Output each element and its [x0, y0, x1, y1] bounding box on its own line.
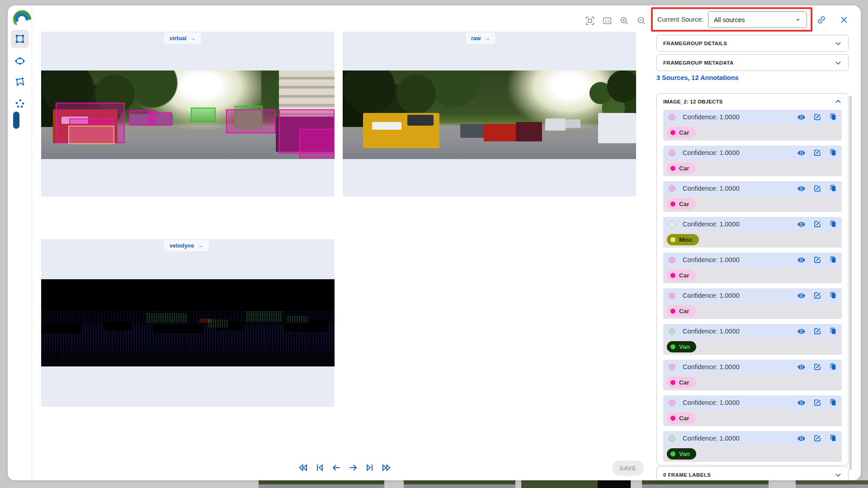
edit-icon[interactable] — [813, 399, 821, 407]
chevron-down-icon[interactable] — [834, 470, 843, 479]
filmstrip-thumbnail[interactable] — [521, 480, 631, 488]
copy-icon[interactable] — [829, 184, 837, 192]
class-chip[interactable]: Van — [667, 341, 696, 352]
annotation-row-header[interactable]: Confidence: 1.0000 — [663, 288, 842, 303]
edit-icon[interactable] — [813, 184, 821, 192]
visibility-icon[interactable] — [797, 399, 806, 407]
annotation-radio[interactable] — [669, 150, 675, 156]
annotation-radio[interactable] — [669, 364, 675, 371]
bbox-tool-button[interactable] — [11, 30, 29, 48]
edit-icon[interactable] — [813, 291, 821, 300]
class-chip[interactable]: Car — [667, 127, 696, 138]
visibility-icon[interactable] — [797, 184, 806, 193]
edit-icon[interactable] — [813, 363, 821, 371]
class-chip[interactable]: Car — [667, 377, 696, 388]
edit-icon[interactable] — [813, 256, 821, 264]
copy-icon[interactable] — [829, 291, 837, 300]
copy-icon[interactable] — [829, 220, 837, 228]
panel-velodyne-tab[interactable]: velodyne → — [164, 240, 209, 251]
annotation-row-header[interactable]: Confidence: 1.0000 — [663, 253, 842, 267]
copy-icon[interactable] — [829, 256, 837, 264]
actual-size-icon[interactable]: 1:1 — [602, 15, 613, 26]
annotation-row-header[interactable]: Confidence: 1.0000 — [663, 145, 842, 160]
close-button[interactable] — [838, 14, 850, 26]
chevron-up-icon[interactable] — [834, 97, 843, 106]
prev-frame-button[interactable] — [330, 461, 343, 474]
annotation-radio[interactable] — [669, 114, 675, 121]
annotation-radio[interactable] — [669, 221, 675, 228]
framegroup-metadata-header[interactable]: FRAMEGROUP METADATA — [656, 54, 849, 71]
visibility-icon[interactable] — [797, 327, 806, 336]
panel-virtual-tab[interactable]: virtual → — [164, 33, 201, 44]
chevron-down-icon[interactable] — [834, 58, 843, 67]
copy-icon[interactable] — [829, 363, 837, 371]
edit-icon[interactable] — [813, 220, 821, 228]
frame-labels-header[interactable]: 0 FRAME LABELS — [656, 466, 849, 480]
zoom-out-icon[interactable] — [636, 15, 647, 26]
filmstrip-thumbnail[interactable] — [796, 480, 868, 488]
skip-start-button[interactable] — [313, 461, 326, 474]
class-chip[interactable]: Car — [667, 413, 696, 424]
visibility-icon[interactable] — [797, 291, 806, 300]
edit-icon[interactable] — [813, 113, 821, 121]
edit-icon[interactable] — [813, 434, 821, 442]
next-frame-button[interactable] — [346, 461, 360, 474]
class-chip[interactable]: Car — [667, 270, 696, 281]
annotation-row-header[interactable]: Confidence: 1.0000 — [663, 431, 842, 446]
bbox-overlay[interactable] — [226, 109, 276, 133]
visibility-icon[interactable] — [797, 113, 806, 122]
sources-annotations-link[interactable]: 3 Sources, 12 Annotations — [656, 74, 739, 81]
visibility-icon[interactable] — [797, 363, 806, 371]
skip-end-button[interactable] — [363, 461, 377, 474]
copy-icon[interactable] — [829, 399, 837, 407]
visibility-icon[interactable] — [797, 434, 806, 443]
annotation-radio[interactable] — [669, 328, 675, 335]
virtual-image[interactable] — [41, 70, 335, 159]
framegroup-details-header[interactable]: FRAMEGROUP DETAILS — [656, 35, 849, 52]
annotation-row-header[interactable]: Confidence: 1.0000 — [663, 395, 842, 410]
copy-icon[interactable] — [829, 113, 837, 121]
class-chip[interactable]: Van — [667, 448, 696, 460]
edit-icon[interactable] — [813, 327, 821, 335]
scrollbar[interactable] — [849, 96, 852, 470]
objects-group-header[interactable]: IMAGE_2: 12 OBJECTS — [657, 94, 848, 109]
bbox-overlay[interactable] — [68, 126, 115, 144]
filmstrip-thumbnail[interactable] — [404, 480, 515, 488]
visibility-icon[interactable] — [797, 256, 806, 264]
fast-forward-button[interactable] — [380, 461, 393, 474]
bbox-overlay[interactable] — [148, 112, 172, 125]
filmstrip-thumbnail[interactable] — [642, 480, 769, 488]
drawer-handle[interactable] — [13, 112, 19, 129]
bbox-overlay[interactable] — [191, 108, 216, 122]
visibility-icon[interactable] — [797, 220, 806, 229]
annotation-radio[interactable] — [669, 435, 675, 442]
annotation-radio[interactable] — [669, 185, 675, 192]
ellipse-tool-button[interactable] — [11, 52, 29, 70]
visibility-icon[interactable] — [797, 149, 806, 157]
bbox-overlay[interactable] — [299, 129, 335, 158]
filmstrip-thumbnail[interactable] — [259, 480, 384, 488]
save-button[interactable]: SAVE — [612, 460, 644, 476]
annotation-radio[interactable] — [669, 292, 675, 299]
copy-icon[interactable] — [829, 434, 837, 442]
annotation-radio[interactable] — [669, 257, 675, 263]
annotation-row-header[interactable]: Confidence: 1.0000 — [663, 181, 842, 196]
edit-icon[interactable] — [813, 149, 821, 157]
source-dropdown[interactable]: All sources — [708, 11, 807, 28]
panel-raw-tab[interactable]: raw → — [466, 33, 495, 44]
link-button[interactable] — [815, 14, 828, 26]
fast-rewind-button[interactable] — [296, 461, 310, 474]
annotation-radio[interactable] — [669, 399, 675, 406]
annotation-row-header[interactable]: Confidence: 1.0000 — [663, 217, 842, 231]
annotation-row-header[interactable]: Confidence: 1.0000 — [663, 110, 842, 124]
class-chip[interactable]: Car — [667, 305, 696, 317]
annotation-row-header[interactable]: Confidence: 1.0000 — [663, 324, 842, 338]
copy-icon[interactable] — [829, 149, 837, 157]
polygon-tool-button[interactable] — [11, 73, 29, 91]
velodyne-image[interactable] — [41, 279, 335, 366]
class-chip[interactable]: Misc — [667, 234, 699, 245]
points-tool-button[interactable] — [11, 94, 29, 113]
zoom-in-icon[interactable] — [619, 15, 630, 26]
class-chip[interactable]: Car — [667, 163, 696, 174]
annotation-row-header[interactable]: Confidence: 1.0000 — [663, 360, 842, 374]
